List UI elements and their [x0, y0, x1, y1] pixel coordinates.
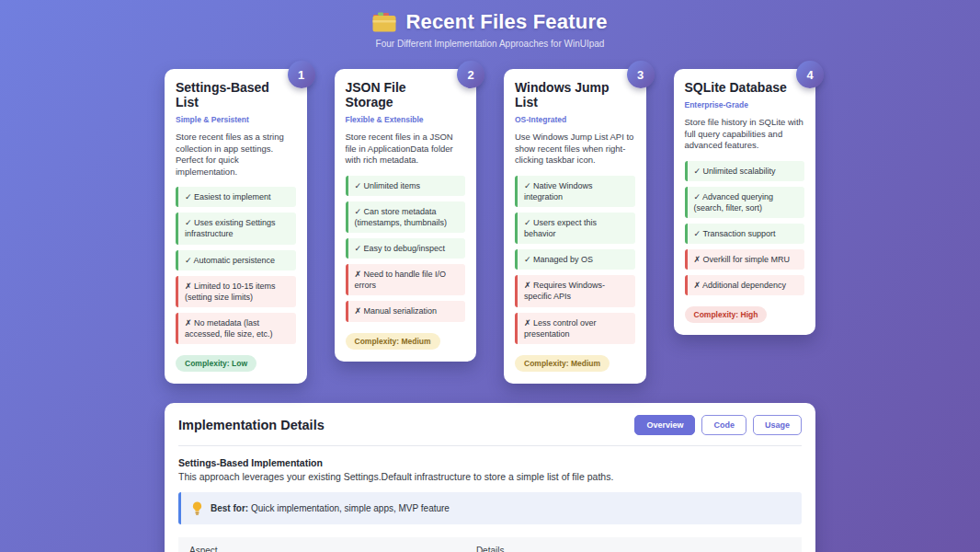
tab-overview[interactable]: Overview [634, 415, 695, 435]
card-tagline: Simple & Persistent [176, 115, 296, 124]
pro-item: ✓ Automatic persistence [176, 250, 296, 270]
con-item: ✗ Overkill for simple MRU [685, 249, 805, 270]
approach-cards: 1 Settings-Based List Simple & Persisten… [165, 69, 815, 384]
page-title: Recent Files Feature [405, 10, 607, 34]
card-number-badge: 1 [288, 61, 315, 88]
card-tagline: Enterprise-Grade [685, 100, 805, 109]
card-number-badge: 4 [796, 61, 824, 88]
card-title: SQLite Database [685, 80, 805, 95]
section-title: Settings-Based Implementation [178, 457, 802, 468]
con-item: ✗ Limited to 10-15 items (setting size l… [176, 276, 296, 307]
pro-item: ✓ Easiest to implement [176, 187, 296, 207]
complexity-badge: Complexity: Low [176, 355, 256, 372]
con-item: ✗ No metadata (last accessed, file size,… [176, 313, 296, 344]
card-tagline: Flexible & Extensible [346, 115, 466, 124]
tab-code[interactable]: Code [701, 415, 746, 435]
aspect-details-table: Aspect Details Storage Location User.con… [178, 537, 802, 552]
complexity-badge: Complexity: Medium [515, 355, 610, 372]
lightbulb-icon [192, 501, 202, 515]
card-description: Store file history in SQLite with full q… [685, 117, 805, 152]
card-windows-jump-list: 3 Windows Jump List OS-Integrated Use Wi… [504, 69, 646, 384]
page-content: Recent Files Feature Four Different Impl… [165, 0, 815, 552]
column-header-aspect: Aspect [178, 537, 465, 552]
pro-item: ✓ Uses existing Settings infrastructure [176, 213, 296, 244]
pro-item: ✓ Users expect this behavior [515, 213, 635, 244]
section-description: This approach leverages your existing Se… [178, 471, 802, 482]
page-subtitle: Four Different Implementation Approaches… [165, 39, 815, 49]
tab-group: Overview Code Usage [634, 415, 802, 435]
card-number-badge: 3 [627, 61, 655, 88]
best-for-text: Best for: Quick implementation, simple a… [211, 503, 450, 513]
card-number-badge: 2 [457, 61, 484, 88]
card-description: Store recent files in a JSON file in App… [346, 132, 466, 167]
con-item: ✗ Less control over presentation [515, 313, 635, 344]
card-sqlite-database: 4 SQLite Database Enterprise-Grade Store… [674, 69, 816, 335]
card-title: JSON File Storage [346, 80, 466, 109]
pro-item: ✓ Transaction support [685, 224, 805, 244]
panel-divider [178, 445, 802, 446]
card-title: Windows Jump List [515, 80, 635, 109]
card-settings-based-list: 1 Settings-Based List Simple & Persisten… [165, 69, 307, 384]
pro-item: ✓ Can store metadata (timestamps, thumbn… [346, 201, 466, 233]
panel-header: Implementation Details Overview Code Usa… [178, 415, 802, 435]
card-json-file-storage: 2 JSON File Storage Flexible & Extensibl… [335, 69, 477, 362]
implementation-details-panel: Implementation Details Overview Code Usa… [165, 403, 815, 552]
pro-item: ✓ Managed by OS [515, 249, 635, 270]
card-title: Settings-Based List [176, 80, 296, 109]
pro-item: ✓ Native Windows integration [515, 176, 635, 207]
pro-item: ✓ Easy to debug/inspect [346, 238, 466, 259]
panel-title: Implementation Details [178, 418, 325, 432]
pro-item: ✓ Unlimited scalability [685, 161, 805, 181]
con-item: ✗ Requires Windows-specific APIs [515, 275, 635, 306]
pro-item: ✓ Advanced querying (search, filter, sor… [685, 187, 805, 218]
table-header-row: Aspect Details [178, 537, 802, 552]
best-for-callout: Best for: Quick implementation, simple a… [178, 492, 802, 524]
complexity-badge: Complexity: Medium [346, 333, 440, 350]
card-description: Store recent files as a string collectio… [176, 132, 296, 178]
folder-icon [372, 12, 396, 32]
con-item: ✗ Manual serialization [346, 301, 466, 321]
page-header: Recent Files Feature Four Different Impl… [165, 0, 815, 49]
pro-item: ✓ Unlimited items [346, 176, 466, 196]
card-description: Use Windows Jump List API to show recent… [515, 132, 635, 167]
con-item: ✗ Need to handle file I/O errors [346, 264, 466, 295]
best-for-label: Best for: [211, 503, 248, 513]
tab-usage[interactable]: Usage [753, 415, 802, 435]
column-header-details: Details [465, 537, 802, 552]
card-tagline: OS-Integrated [515, 115, 635, 124]
complexity-badge: Complexity: High [685, 306, 768, 323]
con-item: ✗ Additional dependency [685, 275, 805, 295]
